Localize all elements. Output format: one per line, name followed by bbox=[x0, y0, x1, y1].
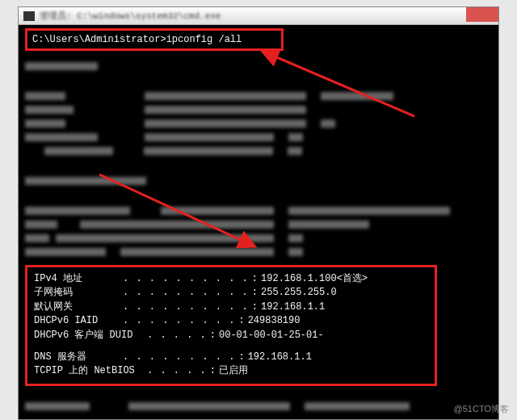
terminal-body[interactable]: C:\Users\Administrator>ipconfig /all IPv… bbox=[19, 25, 498, 419]
blurred-output bbox=[25, 92, 492, 103]
blurred-output bbox=[25, 147, 492, 158]
prompt: C:\Users\Administrator> bbox=[32, 34, 166, 45]
blurred-output bbox=[25, 106, 492, 116]
close-button[interactable] bbox=[466, 7, 498, 22]
value-netbios: 已启用 bbox=[219, 364, 248, 378]
cmd-icon bbox=[23, 11, 35, 21]
network-info-highlight-box: IPv4 地址 . . . . . . . . . . : 192.168.1.… bbox=[25, 265, 437, 386]
value-iaid: 249838190 bbox=[248, 314, 301, 328]
blurred-output bbox=[25, 133, 492, 144]
label-duid: DHCPv6 客户端 DUID bbox=[34, 329, 147, 342]
label-gateway: 默认网关 bbox=[34, 300, 123, 314]
value-gateway: 192.168.1.1 bbox=[261, 300, 325, 314]
watermark: @51CTO博客 bbox=[454, 403, 509, 415]
blurred-output bbox=[25, 120, 492, 130]
window-title: 管理员: C:\windows\system32\cmd.exe bbox=[40, 10, 494, 22]
command-highlight-box: C:\Users\Administrator>ipconfig /all bbox=[25, 28, 284, 51]
info-row: DHCPv6 IAID . . . . . . . . . : 24983819… bbox=[34, 314, 428, 328]
command-text: ipconfig /all bbox=[166, 34, 242, 45]
blurred-output bbox=[25, 234, 492, 245]
cmd-window: 管理员: C:\windows\system32\cmd.exe C:\User… bbox=[18, 6, 499, 420]
value-ipv4: 192.168.1.100<首选> bbox=[261, 272, 368, 286]
info-row: IPv4 地址 . . . . . . . . . . : 192.168.1.… bbox=[34, 272, 428, 286]
blurred-output bbox=[25, 62, 492, 73]
label-ipv4: IPv4 地址 bbox=[34, 272, 123, 286]
titlebar[interactable]: 管理员: C:\windows\system32\cmd.exe bbox=[19, 7, 498, 25]
value-subnet: 255.255.255.0 bbox=[261, 286, 337, 300]
label-subnet: 子网掩码 bbox=[34, 286, 123, 300]
info-row: TCPIP 上的 NetBIOS . . . . . : 已启用 bbox=[34, 364, 428, 378]
info-row: DHCPv6 客户端 DUID . . . . . : 00-01-00-01-… bbox=[34, 329, 428, 342]
blurred-output bbox=[25, 402, 492, 413]
blurred-output bbox=[25, 220, 492, 231]
blurred-output bbox=[25, 248, 492, 258]
value-duid: 00-01-00-01-25-01- bbox=[219, 329, 324, 342]
label-iaid: DHCPv6 IAID bbox=[34, 314, 123, 328]
blurred-output bbox=[25, 177, 492, 187]
info-row: 子网掩码 . . . . . . . . . . : 255.255.255.0 bbox=[34, 286, 428, 300]
blurred-output bbox=[25, 207, 492, 217]
info-row: 默认网关 . . . . . . . . . . : 192.168.1.1 bbox=[34, 300, 428, 314]
info-row: DNS 服务器 . . . . . . . . . : 192.168.1.1 bbox=[34, 351, 428, 364]
command-line: C:\Users\Administrator>ipconfig /all bbox=[32, 34, 242, 45]
label-netbios: TCPIP 上的 NetBIOS bbox=[34, 364, 147, 378]
value-dns: 192.168.1.1 bbox=[248, 351, 312, 364]
label-dns: DNS 服务器 bbox=[34, 351, 123, 364]
